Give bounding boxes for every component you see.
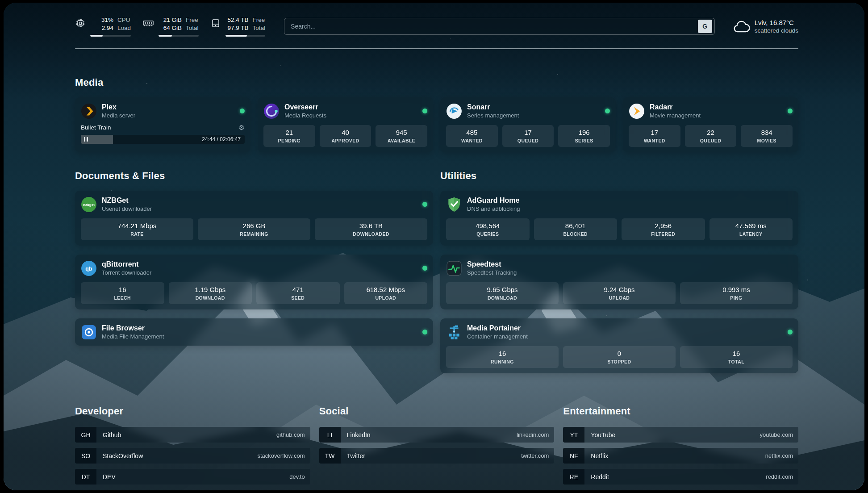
stat-value: 834 xyxy=(743,129,791,137)
snow-specks xyxy=(4,3,4,4)
stat-label: LATENCY xyxy=(711,231,791,237)
filebrowser-card[interactable]: File Browser Media File Management xyxy=(75,318,433,346)
stat-value: 0.993 ms xyxy=(682,286,791,294)
disk-free-label: Free xyxy=(253,16,265,24)
bookmark-abbr: SO xyxy=(75,448,96,464)
search-bar[interactable]: G xyxy=(284,18,715,35)
stat-label: WANTED xyxy=(630,138,679,144)
status-dot xyxy=(422,266,427,271)
bookmark-url: netflix.com xyxy=(765,452,793,459)
app-name: NZBGet xyxy=(102,196,417,205)
stat-filtered: 2,956 FILTERED xyxy=(622,218,705,240)
bookmark-abbr: GH xyxy=(75,427,96,443)
bookmark-abbr: LI xyxy=(319,427,341,443)
plex-icon xyxy=(81,103,97,119)
stat-label: WANTED xyxy=(448,138,496,144)
stat-download: 9.65 Gbps DOWNLOAD xyxy=(446,282,559,304)
stat-value: 0 xyxy=(565,350,674,358)
stat-value: 9.65 Gbps xyxy=(448,286,557,294)
playback-progress-bar[interactable]: 24:44 / 02:06:47 xyxy=(81,135,245,144)
disk-free: 52.4 TB xyxy=(225,16,249,24)
app-name: Radarr xyxy=(650,103,783,112)
bookmark-reddit[interactable]: RE Reddit reddit.com xyxy=(563,469,798,485)
status-dot xyxy=(422,330,427,334)
app-name: AdGuard Home xyxy=(467,196,793,205)
svg-text:qb: qb xyxy=(85,265,92,272)
bookmark-youtube[interactable]: YT YouTube youtube.com xyxy=(563,427,798,443)
stat-label: DOWNLOADED xyxy=(317,231,426,237)
stat-value: 471 xyxy=(258,286,338,294)
stat-value: 485 xyxy=(448,129,496,137)
bookmark-url: github.com xyxy=(276,431,305,438)
stat-available: 945 AVAILABLE xyxy=(376,125,427,147)
stat-label: AVAILABLE xyxy=(377,138,426,144)
stat-value: 196 xyxy=(560,129,608,137)
gear-icon[interactable]: ⚙ xyxy=(239,124,245,131)
sonarr-card[interactable]: Sonarr Series management 485 WANTED 17 Q… xyxy=(440,97,616,152)
stat-value: 9.24 Gbps xyxy=(565,286,674,294)
status-dot xyxy=(788,330,793,334)
section-entertainment: Entertainment YT YouTube youtube.com NF … xyxy=(563,405,798,485)
bookmark-dev[interactable]: DT DEV dev.to xyxy=(75,469,310,485)
memory-total-label: Total xyxy=(186,24,199,32)
bookmark-github[interactable]: GH Github github.com xyxy=(75,427,310,443)
search-engine-button[interactable]: G xyxy=(698,20,712,33)
plex-card[interactable]: Plex Media server Bullet Train ⚙ 24:44 /… xyxy=(75,97,250,152)
app-name: qBittorrent xyxy=(102,260,417,269)
playback-time: 24:44 / 02:06:47 xyxy=(202,136,245,142)
now-playing-title: Bullet Train xyxy=(81,124,111,131)
portainer-card[interactable]: Media Portainer Container management 16 … xyxy=(440,318,798,373)
memory-progress-fill xyxy=(159,35,172,37)
bookmark-twitter[interactable]: TW Twitter twitter.com xyxy=(319,448,555,464)
bookmark-abbr: DT xyxy=(75,469,96,485)
stat-remaining: 266 GB REMAINING xyxy=(198,218,310,240)
weather-widget[interactable]: Lviv, 16.87°C scattered clouds xyxy=(733,18,798,35)
stat-label: RATE xyxy=(83,231,192,237)
bookmark-linkedin[interactable]: LI LinkedIn linkedin.com xyxy=(319,427,555,443)
stat-movies: 834 MOVIES xyxy=(741,125,793,147)
pause-button[interactable] xyxy=(84,137,88,142)
overseerr-card[interactable]: Overseerr Media Requests 21 PENDING 40 A… xyxy=(258,97,433,152)
app-description: Media Requests xyxy=(284,112,417,119)
app-name: Media Portainer xyxy=(467,324,783,333)
stat-latency: 47.569 ms LATENCY xyxy=(709,218,793,240)
bookmark-name: Netflix xyxy=(591,452,608,460)
stat-label: MOVIES xyxy=(743,138,791,144)
bookmark-stackoverflow[interactable]: SO StackOverflow stackoverflow.com xyxy=(75,448,310,464)
section-media: Media Plex Media server xyxy=(75,77,798,152)
cpu-label: CPU xyxy=(117,16,130,24)
cpu-load-label: Load xyxy=(117,24,131,32)
bookmark-url: linkedin.com xyxy=(517,431,549,438)
status-dot xyxy=(422,202,427,207)
stat-upload: 618.52 Mbps UPLOAD xyxy=(344,282,428,304)
stat-label: BLOCKED xyxy=(536,231,616,237)
bookmark-abbr: RE xyxy=(563,469,584,485)
weather-condition: scattered clouds xyxy=(755,27,798,35)
stat-value: 16 xyxy=(682,350,791,358)
cpu-icon xyxy=(75,16,86,29)
qbittorrent-card[interactable]: qb qBittorrent Torrent downloader 16 xyxy=(75,255,433,309)
radarr-card[interactable]: Radarr Movie management 17 WANTED 22 QUE… xyxy=(623,97,798,152)
bookmark-name: LinkedIn xyxy=(347,431,371,439)
adguard-card[interactable]: AdGuard Home DNS and adblocking 498,564 … xyxy=(440,191,798,246)
files-section-title: Documents & Files xyxy=(75,170,433,182)
disk-total: 97.9 TB xyxy=(225,24,249,32)
app-description: Series management xyxy=(467,112,600,119)
bookmark-netflix[interactable]: NF Netflix netflix.com xyxy=(563,448,798,464)
stat-downloaded: 39.6 TB DOWNLOADED xyxy=(315,218,427,240)
search-input[interactable] xyxy=(291,23,698,30)
nzbget-card[interactable]: nzbget NZBGet Usenet downloader 744.21 M… xyxy=(75,191,433,246)
stat-queries: 498,564 QUERIES xyxy=(446,218,530,240)
stat-rate: 744.21 Mbps RATE xyxy=(81,218,193,240)
stat-label: UPLOAD xyxy=(565,295,674,301)
media-section-title: Media xyxy=(75,77,798,88)
dashboard-screen: 31% CPU 2.94 Load xyxy=(4,3,864,490)
stat-label: PENDING xyxy=(265,138,313,144)
header-divider xyxy=(75,48,798,49)
stat-value: 618.52 Mbps xyxy=(346,286,426,294)
section-files: Documents & Files nzbget NZBGet Usenet d… xyxy=(75,170,433,373)
speedtest-card[interactable]: Speedtest Speedtest Tracking 9.65 Gbps D… xyxy=(440,255,798,309)
cloud-icon xyxy=(733,20,750,33)
status-dot xyxy=(240,109,245,113)
status-dot xyxy=(788,109,793,113)
